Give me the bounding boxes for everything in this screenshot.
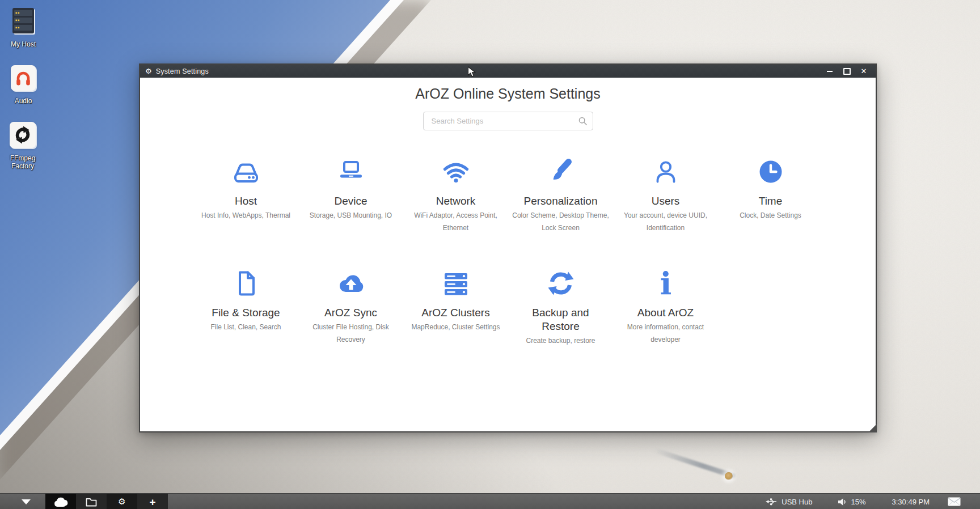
- search-box: [423, 112, 593, 130]
- card-backup-restore[interactable]: Backup and Restore Create backup, restor…: [508, 266, 613, 347]
- card-users[interactable]: Users Your account, device UUID, Identif…: [613, 154, 718, 234]
- taskbar-add-button[interactable]: +: [137, 494, 168, 509]
- close-icon: ✕: [861, 67, 867, 75]
- info-icon: i: [650, 268, 682, 299]
- cursor-arrow-icon: [467, 66, 478, 78]
- usb-icon: [766, 498, 778, 506]
- card-title: ArOZ Clusters: [403, 306, 508, 320]
- search-icon: [578, 117, 587, 125]
- desktop-icon-label: Audio: [0, 97, 47, 105]
- speaker-icon: [838, 498, 847, 506]
- card-subtitle: Create backup, restore: [509, 334, 612, 347]
- paint-brush-icon: [545, 156, 577, 188]
- card-subtitle: More information, contact developer: [614, 321, 717, 346]
- desktop-icon-label: My Host: [0, 40, 47, 48]
- card-title: Backup and Restore: [524, 306, 598, 333]
- recycle-arrows-icon: [14, 126, 32, 144]
- gear-icon: ⚙: [145, 67, 152, 75]
- headphones-icon: [15, 70, 32, 87]
- card-title: About ArOZ: [613, 306, 718, 320]
- desktop-icon-label: FFmpeg Factory: [5, 154, 41, 170]
- card-subtitle: MapReduce, Cluster Settings: [404, 321, 508, 333]
- envelope-icon: [948, 497, 961, 506]
- folder-icon: [86, 497, 97, 507]
- tray-volume-label: 15%: [851, 498, 865, 506]
- clock-icon: [755, 156, 787, 188]
- svg-text:i: i: [660, 268, 671, 299]
- settings-grid-row2: File & Storage File List, Clean, Search …: [193, 266, 876, 347]
- card-title: Device: [298, 194, 403, 208]
- close-button[interactable]: ✕: [860, 67, 868, 75]
- desktop-icon-my-host[interactable]: My Host: [0, 7, 47, 48]
- card-subtitle: Color Scheme, Desktop Theme, Lock Screen: [509, 209, 612, 234]
- card-title: Network: [403, 194, 508, 208]
- user-icon: [650, 156, 682, 188]
- refresh-icon: [545, 268, 577, 299]
- desktop-icon-audio[interactable]: Audio: [0, 65, 47, 105]
- card-title: Personalization: [508, 194, 613, 208]
- minimize-button[interactable]: [826, 67, 834, 75]
- wifi-icon: [440, 156, 472, 188]
- tray-clock-label: 3:30:49 PM: [892, 498, 930, 506]
- card-subtitle: Host Info, WebApps, Thermal: [195, 209, 298, 222]
- tray-usb[interactable]: USB Hub: [766, 498, 812, 506]
- card-subtitle: Cluster File Hosting, Disk Recovery: [299, 321, 403, 346]
- card-subtitle: Clock, Date Settings: [719, 209, 822, 222]
- maximize-icon: [843, 68, 851, 75]
- taskbar: ⚙ + USB Hub 15%: [0, 493, 980, 509]
- card-title: Time: [718, 194, 823, 208]
- tray-clock[interactable]: 3:30:49 PM: [892, 498, 930, 506]
- desktop-icon-ffmpeg-factory[interactable]: FFmpeg Factory: [0, 122, 46, 170]
- taskbar-settings-button[interactable]: ⚙: [107, 494, 137, 509]
- gear-icon: ⚙: [118, 497, 125, 507]
- wall-nail: [725, 472, 733, 480]
- system-tray: USB Hub 15% 3:30:49 PM: [766, 494, 980, 509]
- settings-content: ArOZ Online System Settings Host Host In…: [140, 78, 876, 432]
- server-icon: [440, 268, 472, 299]
- card-title: Users: [613, 194, 718, 208]
- window-titlebar[interactable]: ⚙ System Settings ✕: [140, 65, 876, 78]
- card-about-aroz[interactable]: i About ArOZ More information, contact d…: [613, 266, 718, 347]
- card-network[interactable]: Network WiFi Adaptor, Access Point, Ethe…: [403, 154, 508, 234]
- cloud-upload-icon: [335, 268, 367, 299]
- taskbar-folder-button[interactable]: [76, 494, 107, 509]
- window-title: System Settings: [156, 67, 209, 75]
- card-personalization[interactable]: Personalization Color Scheme, Desktop Th…: [508, 154, 613, 234]
- system-settings-window: ⚙ System Settings ✕ ArOZ Online System S…: [139, 63, 877, 432]
- file-icon: [230, 268, 262, 299]
- maximize-button[interactable]: [843, 67, 851, 75]
- minimize-icon: [827, 71, 833, 72]
- laptop-icon: [335, 156, 367, 188]
- card-title: ArOZ Sync: [298, 306, 403, 320]
- taskbar-apps: ⚙ +: [45, 494, 168, 509]
- card-title: File & Storage: [193, 306, 298, 320]
- search-input[interactable]: [423, 112, 593, 130]
- tray-usb-label: USB Hub: [782, 498, 812, 506]
- page-title: ArOZ Online System Settings: [140, 86, 876, 102]
- plus-icon: +: [149, 497, 155, 507]
- card-subtitle: WiFi Adaptor, Access Point, Ethernet: [404, 209, 508, 234]
- card-time[interactable]: Time Clock, Date Settings: [718, 154, 823, 234]
- hdd-icon: [230, 156, 262, 188]
- card-title: Host: [193, 194, 298, 208]
- card-host[interactable]: Host Host Info, WebApps, Thermal: [193, 154, 298, 234]
- cloud-icon: [53, 497, 69, 507]
- tray-volume[interactable]: 15%: [838, 498, 865, 506]
- card-subtitle: File List, Clean, Search: [195, 321, 298, 333]
- card-device[interactable]: Device Storage, USB Mounting, IO: [298, 154, 403, 234]
- card-subtitle: Storage, USB Mounting, IO: [299, 209, 403, 222]
- card-file-storage[interactable]: File & Storage File List, Clean, Search: [193, 266, 298, 347]
- window-resize-handle[interactable]: [868, 424, 877, 432]
- card-aroz-sync[interactable]: ArOZ Sync Cluster File Hosting, Disk Rec…: [298, 266, 403, 347]
- card-subtitle: Your account, device UUID, Identificatio…: [614, 209, 717, 234]
- server-rack-icon: [0, 7, 47, 34]
- card-aroz-clusters[interactable]: ArOZ Clusters MapReduce, Cluster Setting…: [403, 266, 508, 347]
- settings-grid-row1: Host Host Info, WebApps, Thermal Device …: [193, 154, 876, 234]
- tray-messages[interactable]: [948, 497, 961, 506]
- chevron-down-icon[interactable]: [22, 499, 31, 504]
- taskbar-cloud-button[interactable]: [45, 494, 76, 509]
